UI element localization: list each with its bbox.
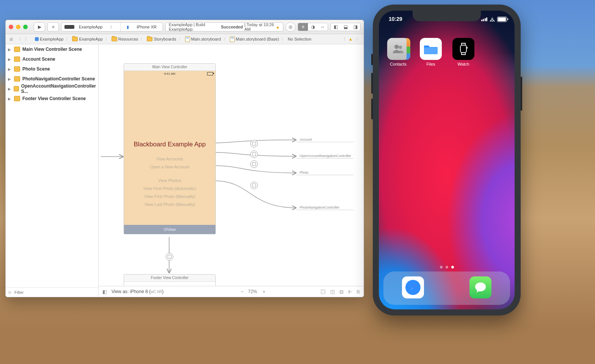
jump-bar: ⊞ 〈 〉 ExampleApp〉 ExampleApp〉 Resources〉… — [6, 34, 364, 44]
toggle-outline-button[interactable]: ◧ — [102, 289, 107, 295]
app-safari[interactable] — [402, 276, 424, 298]
scheme-target: ExampleApp — [76, 23, 105, 31]
app-label: Watch — [452, 62, 475, 66]
segue-dest-label: OpenAccountNavigationController — [300, 154, 351, 158]
standard-editor-button[interactable]: ≡ — [298, 23, 308, 31]
footer-scene[interactable]: Footer View Controller Footer Text — [124, 274, 216, 286]
project-icon — [35, 37, 39, 41]
storyboard-button[interactable]: View Last Photo (Manually) — [124, 202, 215, 207]
segue-node[interactable] — [166, 253, 173, 260]
crumb[interactable]: Main.storyboard — [184, 36, 222, 42]
crumb[interactable]: No Selection — [287, 37, 312, 41]
xcode-window: ▶ ■ ExampleApp〉 ▮iPhone XR ExampleApp | … — [5, 20, 364, 297]
battery-icon — [207, 72, 213, 75]
circle-icon: ◎ — [289, 24, 292, 30]
embed-in-button[interactable]: ⎘ — [357, 289, 360, 295]
storyboard-button[interactable]: View First Photo (Manually) — [124, 194, 215, 199]
embed-button[interactable]: ⿴ — [321, 289, 326, 295]
ib-footer: ◧ View as: iPhone 8 (wC hR) − 72% ＋ ⿴ ◫ … — [99, 286, 364, 297]
stop-button[interactable]: ■ — [47, 22, 59, 31]
segue-node[interactable] — [250, 140, 258, 147]
stop-icon: ■ — [52, 24, 54, 30]
main-scene[interactable]: Main View Controller 9:41 AM Blackboard … — [124, 63, 216, 234]
toggle-navigator-button[interactable]: ◧ — [331, 23, 341, 31]
back-button[interactable]: 〈 — [15, 36, 22, 42]
prev-issue-button[interactable]: 〈 — [340, 36, 347, 42]
forward-button[interactable]: 〉 — [23, 36, 30, 42]
crumb[interactable]: ExampleApp — [34, 37, 64, 41]
crumb[interactable]: ExampleApp — [71, 37, 103, 41]
outline-row[interactable]: ▶Photo Scene — [6, 64, 98, 74]
version-editor-button[interactable]: ↔ — [318, 23, 328, 31]
notch — [413, 11, 481, 21]
scene-view[interactable]: 9:41 AM Blackboard Example App View Acco… — [124, 71, 215, 234]
side-button[interactable] — [521, 77, 522, 111]
pin-button[interactable]: ⊟ — [339, 289, 344, 295]
ib-canvas-pane: Main View Controller 9:41 AM Blackboard … — [99, 44, 364, 297]
editor-mode-segmented[interactable]: ≡ ◑ ↔ — [298, 23, 328, 31]
zoom-out-button[interactable]: − — [241, 289, 243, 294]
minimize-window-button[interactable] — [16, 25, 20, 29]
dest-line — [297, 158, 353, 158]
files-icon — [420, 38, 442, 60]
wifi-icon — [489, 17, 495, 22]
outline-row[interactable]: ▶PhotoNavigationController Scene — [6, 74, 98, 84]
scheme-selector[interactable]: ExampleApp〉 ▮iPhone XR — [61, 22, 163, 31]
app-contacts[interactable]: Contacts — [386, 38, 410, 66]
outline-filter-input[interactable] — [14, 290, 80, 295]
status-bar-time: 9:41 AM — [164, 72, 175, 75]
scene-icon — [14, 76, 20, 82]
toggle-debug-button[interactable]: ⬓ — [341, 23, 350, 31]
scene-header: Main View Controller — [124, 64, 215, 71]
run-button[interactable]: ▶ — [34, 22, 45, 31]
storyboard-button[interactable]: Open a New Account — [124, 165, 215, 169]
align-button[interactable]: ◫ — [330, 289, 335, 295]
warning-icon: ▲ — [349, 37, 353, 41]
related-items-button[interactable]: ⊞ — [8, 37, 14, 42]
outline-list: ▶Main View Controller Scene ▶Account Sce… — [6, 44, 98, 287]
page-indicator[interactable] — [379, 266, 515, 268]
ios-simulator: 10:29 Contacts Files — [373, 5, 521, 315]
outline-row[interactable]: ▶Footer View Controller Scene — [6, 94, 98, 104]
zoom-in-button[interactable]: ＋ — [262, 289, 266, 295]
next-issue-button[interactable]: 〉 — [354, 36, 361, 42]
activity-status[interactable]: ExampleApp | Build ExampleApp: Succeeded… — [165, 22, 283, 31]
crumb[interactable]: Storyboards — [146, 37, 177, 41]
app-watch[interactable]: Watch — [452, 38, 475, 66]
panel-toggles[interactable]: ◧ ⬓ ◨ — [330, 23, 361, 31]
scene-icon — [14, 66, 20, 72]
toggle-inspector-button[interactable]: ◨ — [350, 23, 360, 31]
outline-row[interactable]: ▶Account Scene — [6, 54, 98, 64]
storyboard-button[interactable]: View First Photo (Automatic) — [124, 186, 215, 191]
resolve-button[interactable]: ⊩ — [348, 289, 352, 295]
storyboard-button[interactable]: View Accounts — [124, 157, 215, 161]
app-files[interactable]: Files — [419, 38, 443, 66]
segue-node[interactable] — [250, 182, 258, 189]
storyboard-button[interactable]: View Photos — [124, 178, 215, 183]
segue-node[interactable] — [250, 160, 258, 168]
warning-icon: ▲ — [276, 25, 280, 29]
outline-row[interactable]: ▶OpenAccountNavigationController S... — [6, 84, 98, 94]
disclosure-icon: ▶ — [8, 67, 12, 71]
folder-icon — [111, 37, 117, 41]
storyboard-canvas[interactable]: Main View Controller 9:41 AM Blackboard … — [99, 44, 364, 286]
app-messages[interactable] — [469, 276, 491, 298]
device-icon: ▮ — [124, 23, 132, 31]
storyboard-icon — [185, 36, 190, 42]
device-screen[interactable]: 10:29 Contacts Files — [379, 11, 515, 309]
assistant-editor-button[interactable]: ◑ — [308, 23, 318, 31]
disclosure-icon: ▶ — [8, 87, 11, 91]
svg-rect-4 — [424, 47, 438, 54]
segue-node[interactable] — [250, 151, 258, 158]
outline-row[interactable]: ▶Main View Controller Scene — [6, 44, 98, 54]
zoom-window-button[interactable] — [23, 25, 28, 29]
scene-header: Footer View Controller — [124, 275, 215, 282]
library-button[interactable]: ◎ — [286, 22, 295, 31]
crumb[interactable]: Main.storyboard (Base) — [229, 36, 280, 42]
crumb[interactable]: Resources — [111, 37, 139, 41]
disclosure-icon: ▶ — [8, 97, 12, 101]
phone-status-bar: 9:41 AM — [124, 71, 215, 76]
view-as-label[interactable]: View as: iPhone 8 (wC hR) — [111, 289, 163, 294]
close-window-button[interactable] — [9, 25, 13, 29]
container-view[interactable]: UIView — [124, 225, 215, 234]
